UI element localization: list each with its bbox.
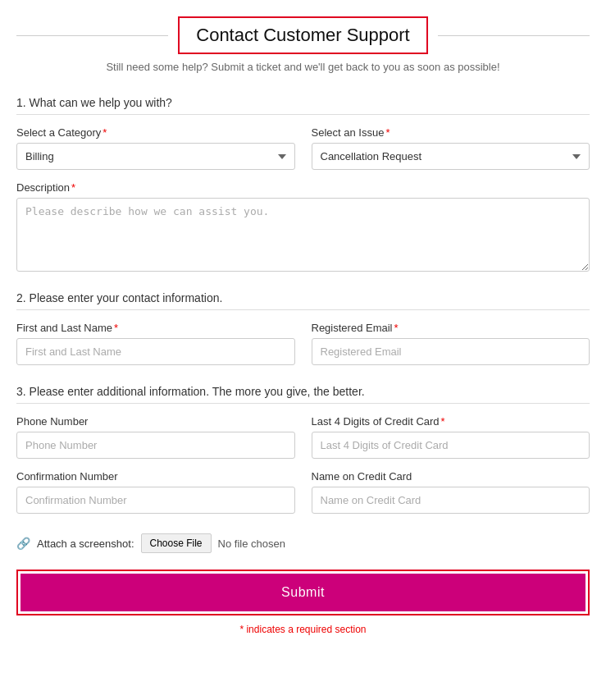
category-issue-row: Select a Category* Billing Technical Sup… [16, 126, 590, 170]
phone-number-group: Phone Number [16, 415, 295, 459]
description-textarea[interactable] [16, 198, 590, 272]
phone-number-input[interactable] [16, 432, 295, 459]
name-email-row: First and Last Name* Registered Email* [16, 322, 590, 365]
registered-email-input[interactable] [312, 338, 590, 365]
issue-group: Select an Issue* Cancellation Request Re… [312, 126, 590, 170]
section-3-heading: 3. Please enter additional information. … [16, 385, 590, 404]
section-2: 2. Please enter your contact information… [16, 291, 590, 365]
subtitle: Still need some help? Submit a ticket an… [16, 61, 590, 73]
attach-icon: 🔗 [16, 537, 30, 550]
description-label: Description* [16, 181, 590, 194]
section-1: 1. What can we help you with? Select a C… [16, 96, 590, 272]
last4-label: Last 4 Digits of Credit Card* [312, 415, 590, 428]
description-group: Description* [16, 181, 590, 272]
registered-email-group: Registered Email* [312, 322, 590, 365]
name-on-card-group: Name on Credit Card [312, 470, 590, 514]
section-1-heading: 1. What can we help you with? [16, 96, 590, 115]
confirmation-number-label: Confirmation Number [16, 470, 295, 483]
submit-wrapper: Submit [16, 570, 590, 615]
confirmation-number-group: Confirmation Number [16, 470, 295, 514]
submit-button[interactable]: Submit [21, 574, 585, 611]
last4-input[interactable] [312, 432, 590, 459]
category-label: Select a Category* [16, 126, 295, 139]
file-row: 🔗 Attach a screenshot: Choose File No fi… [16, 533, 590, 553]
issue-select[interactable]: Cancellation Request Refund Request Bill… [312, 143, 590, 170]
phone-number-label: Phone Number [16, 415, 295, 428]
first-last-name-group: First and Last Name* [16, 322, 295, 365]
attach-label: Attach a screenshot: [37, 538, 134, 550]
choose-file-button[interactable]: Choose File [141, 533, 212, 553]
name-on-card-label: Name on Credit Card [312, 470, 590, 483]
confirmation-card-row: Confirmation Number Name on Credit Card [16, 470, 590, 514]
category-select[interactable]: Billing Technical Support Account Other [16, 143, 295, 170]
required-note: * indicates a required section [16, 624, 590, 635]
last4-group: Last 4 Digits of Credit Card* [312, 415, 590, 459]
no-file-text: No file chosen [218, 538, 285, 550]
section-2-heading: 2. Please enter your contact information… [16, 291, 590, 310]
first-last-name-input[interactable] [16, 338, 295, 365]
name-on-card-input[interactable] [312, 487, 590, 514]
category-group: Select a Category* Billing Technical Sup… [16, 126, 295, 170]
issue-label: Select an Issue* [312, 126, 590, 139]
page-title-box: Contact Customer Support [178, 16, 427, 54]
first-last-name-label: First and Last Name* [16, 322, 295, 334]
confirmation-number-input[interactable] [16, 487, 295, 514]
section-3: 3. Please enter additional information. … [16, 385, 590, 514]
phone-last4-row: Phone Number Last 4 Digits of Credit Car… [16, 415, 590, 459]
registered-email-label: Registered Email* [312, 322, 590, 334]
page-title: Contact Customer Support [196, 25, 409, 46]
